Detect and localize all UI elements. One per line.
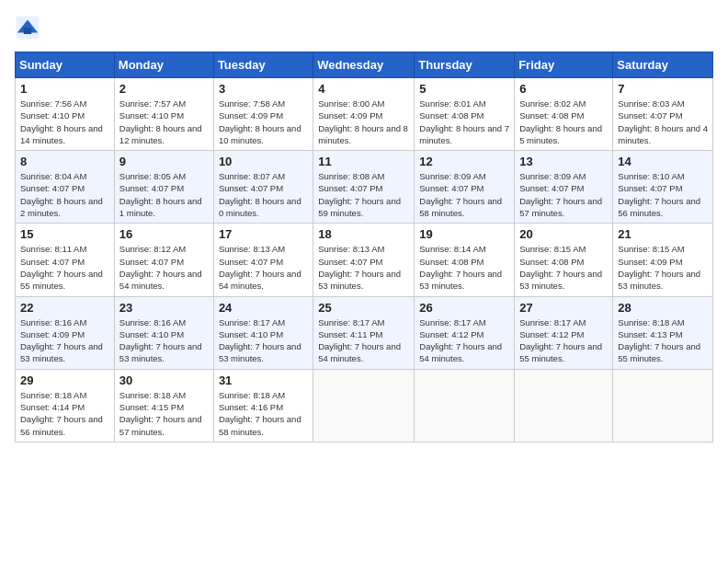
day-info: Sunrise: 8:03 AMSunset: 4:07 PMDaylight:… xyxy=(618,98,708,146)
day-number: 16 xyxy=(119,227,209,241)
calendar-cell: 19Sunrise: 8:14 AMSunset: 4:08 PMDayligh… xyxy=(415,224,515,296)
calendar-header-row: SundayMondayTuesdayWednesdayThursdayFrid… xyxy=(16,52,713,78)
calendar-cell xyxy=(515,369,613,442)
day-info: Sunrise: 8:17 AMSunset: 4:11 PMDaylight:… xyxy=(318,316,409,365)
day-number: 5 xyxy=(419,82,509,96)
day-number: 26 xyxy=(419,301,509,315)
day-number: 20 xyxy=(519,227,608,241)
day-number: 9 xyxy=(119,155,209,168)
day-number: 25 xyxy=(318,301,409,315)
calendar-cell: 30Sunrise: 8:18 AMSunset: 4:15 PMDayligh… xyxy=(114,369,213,442)
calendar-week-row: 29Sunrise: 8:18 AMSunset: 4:14 PMDayligh… xyxy=(16,369,713,442)
calendar-cell: 29Sunrise: 8:18 AMSunset: 4:14 PMDayligh… xyxy=(16,369,115,442)
calendar-cell: 31Sunrise: 8:18 AMSunset: 4:16 PMDayligh… xyxy=(213,369,313,442)
day-info: Sunrise: 8:12 AMSunset: 4:07 PMDaylight:… xyxy=(119,243,209,292)
weekday-header: Saturday xyxy=(613,52,713,78)
calendar-cell: 3Sunrise: 7:58 AMSunset: 4:09 PMDaylight… xyxy=(213,78,313,151)
day-info: Sunrise: 7:57 AMSunset: 4:10 PMDaylight:… xyxy=(119,98,209,146)
weekday-header: Sunday xyxy=(16,52,115,78)
calendar-cell: 2Sunrise: 7:57 AMSunset: 4:10 PMDaylight… xyxy=(114,78,213,151)
day-info: Sunrise: 8:15 AMSunset: 4:09 PMDaylight:… xyxy=(618,243,708,292)
calendar-cell xyxy=(415,369,515,442)
day-info: Sunrise: 8:13 AMSunset: 4:07 PMDaylight:… xyxy=(318,243,409,292)
page-header xyxy=(15,15,713,40)
day-number: 8 xyxy=(20,155,109,168)
day-number: 19 xyxy=(419,227,509,241)
calendar-cell: 14Sunrise: 8:10 AMSunset: 4:07 PMDayligh… xyxy=(613,151,713,224)
calendar-week-row: 15Sunrise: 8:11 AMSunset: 4:07 PMDayligh… xyxy=(16,224,713,296)
day-info: Sunrise: 8:18 AMSunset: 4:16 PMDaylight:… xyxy=(219,389,308,438)
calendar-table: SundayMondayTuesdayWednesdayThursdayFrid… xyxy=(15,52,713,442)
calendar-cell: 9Sunrise: 8:05 AMSunset: 4:07 PMDaylight… xyxy=(114,151,213,224)
calendar-cell: 1Sunrise: 7:56 AMSunset: 4:10 PMDaylight… xyxy=(16,78,115,151)
calendar-cell: 12Sunrise: 8:09 AMSunset: 4:07 PMDayligh… xyxy=(415,151,515,224)
calendar-cell: 22Sunrise: 8:16 AMSunset: 4:09 PMDayligh… xyxy=(16,296,115,369)
calendar-cell: 7Sunrise: 8:03 AMSunset: 4:07 PMDaylight… xyxy=(613,78,713,151)
day-info: Sunrise: 8:18 AMSunset: 4:15 PMDaylight:… xyxy=(119,389,209,438)
calendar-cell: 23Sunrise: 8:16 AMSunset: 4:10 PMDayligh… xyxy=(114,296,213,369)
day-info: Sunrise: 8:17 AMSunset: 4:12 PMDaylight:… xyxy=(519,316,608,365)
day-number: 27 xyxy=(519,301,608,315)
day-info: Sunrise: 8:15 AMSunset: 4:08 PMDaylight:… xyxy=(519,243,608,292)
day-info: Sunrise: 8:16 AMSunset: 4:10 PMDaylight:… xyxy=(119,316,209,365)
day-info: Sunrise: 8:18 AMSunset: 4:14 PMDaylight:… xyxy=(20,389,109,438)
day-info: Sunrise: 8:17 AMSunset: 4:10 PMDaylight:… xyxy=(219,316,308,365)
calendar-cell: 20Sunrise: 8:15 AMSunset: 4:08 PMDayligh… xyxy=(515,224,613,296)
day-info: Sunrise: 8:08 AMSunset: 4:07 PMDaylight:… xyxy=(318,170,409,219)
day-info: Sunrise: 8:09 AMSunset: 4:07 PMDaylight:… xyxy=(519,170,608,219)
calendar-cell: 27Sunrise: 8:17 AMSunset: 4:12 PMDayligh… xyxy=(515,296,613,369)
calendar-cell: 15Sunrise: 8:11 AMSunset: 4:07 PMDayligh… xyxy=(16,224,115,296)
calendar-cell: 13Sunrise: 8:09 AMSunset: 4:07 PMDayligh… xyxy=(515,151,613,224)
calendar-cell: 11Sunrise: 8:08 AMSunset: 4:07 PMDayligh… xyxy=(313,151,415,224)
calendar-cell: 21Sunrise: 8:15 AMSunset: 4:09 PMDayligh… xyxy=(613,224,713,296)
day-info: Sunrise: 8:11 AMSunset: 4:07 PMDaylight:… xyxy=(20,243,109,292)
day-info: Sunrise: 8:13 AMSunset: 4:07 PMDaylight:… xyxy=(219,243,308,292)
logo-icon xyxy=(15,15,40,40)
svg-rect-2 xyxy=(24,28,31,34)
calendar-cell: 26Sunrise: 8:17 AMSunset: 4:12 PMDayligh… xyxy=(415,296,515,369)
calendar-cell: 28Sunrise: 8:18 AMSunset: 4:13 PMDayligh… xyxy=(613,296,713,369)
day-info: Sunrise: 8:05 AMSunset: 4:07 PMDaylight:… xyxy=(119,170,209,219)
calendar-cell: 10Sunrise: 8:07 AMSunset: 4:07 PMDayligh… xyxy=(213,151,313,224)
calendar-week-row: 22Sunrise: 8:16 AMSunset: 4:09 PMDayligh… xyxy=(16,296,713,369)
day-info: Sunrise: 8:18 AMSunset: 4:13 PMDaylight:… xyxy=(618,316,708,365)
day-number: 28 xyxy=(618,301,708,315)
day-number: 3 xyxy=(219,82,308,96)
day-info: Sunrise: 8:09 AMSunset: 4:07 PMDaylight:… xyxy=(419,170,509,219)
day-info: Sunrise: 7:56 AMSunset: 4:10 PMDaylight:… xyxy=(20,98,109,146)
day-info: Sunrise: 8:00 AMSunset: 4:09 PMDaylight:… xyxy=(318,98,409,146)
day-info: Sunrise: 8:07 AMSunset: 4:07 PMDaylight:… xyxy=(219,170,308,219)
day-number: 30 xyxy=(119,373,209,387)
day-info: Sunrise: 8:10 AMSunset: 4:07 PMDaylight:… xyxy=(618,170,708,219)
day-number: 14 xyxy=(618,155,708,168)
day-number: 22 xyxy=(20,301,109,315)
day-number: 10 xyxy=(219,155,308,168)
day-number: 11 xyxy=(318,155,409,168)
day-number: 7 xyxy=(618,82,708,96)
weekday-header: Friday xyxy=(515,52,613,78)
day-number: 29 xyxy=(20,373,109,387)
day-info: Sunrise: 8:14 AMSunset: 4:08 PMDaylight:… xyxy=(419,243,509,292)
calendar-week-row: 8Sunrise: 8:04 AMSunset: 4:07 PMDaylight… xyxy=(16,151,713,224)
weekday-header: Monday xyxy=(114,52,213,78)
calendar-cell xyxy=(313,369,415,442)
day-info: Sunrise: 8:17 AMSunset: 4:12 PMDaylight:… xyxy=(419,316,509,365)
day-number: 2 xyxy=(119,82,209,96)
calendar-cell: 24Sunrise: 8:17 AMSunset: 4:10 PMDayligh… xyxy=(213,296,313,369)
calendar-cell: 6Sunrise: 8:02 AMSunset: 4:08 PMDaylight… xyxy=(515,78,613,151)
day-number: 18 xyxy=(318,227,409,241)
day-number: 6 xyxy=(519,82,608,96)
calendar-cell: 4Sunrise: 8:00 AMSunset: 4:09 PMDaylight… xyxy=(313,78,415,151)
day-number: 24 xyxy=(219,301,308,315)
day-number: 1 xyxy=(20,82,109,96)
weekday-header: Wednesday xyxy=(313,52,415,78)
calendar-cell: 18Sunrise: 8:13 AMSunset: 4:07 PMDayligh… xyxy=(313,224,415,296)
calendar-week-row: 1Sunrise: 7:56 AMSunset: 4:10 PMDaylight… xyxy=(16,78,713,151)
weekday-header: Tuesday xyxy=(213,52,313,78)
day-info: Sunrise: 8:01 AMSunset: 4:08 PMDaylight:… xyxy=(419,98,509,146)
day-info: Sunrise: 8:02 AMSunset: 4:08 PMDaylight:… xyxy=(519,98,608,146)
day-number: 23 xyxy=(119,301,209,315)
calendar-cell: 17Sunrise: 8:13 AMSunset: 4:07 PMDayligh… xyxy=(213,224,313,296)
day-number: 31 xyxy=(219,373,308,387)
day-info: Sunrise: 8:16 AMSunset: 4:09 PMDaylight:… xyxy=(20,316,109,365)
